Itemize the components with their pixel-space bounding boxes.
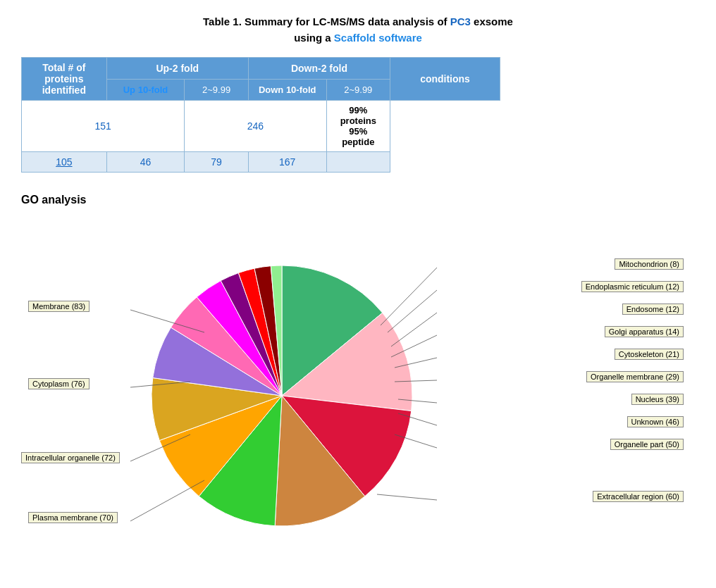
pie-segment-0 xyxy=(282,265,383,396)
label-extracellular: Extracellular region (60) xyxy=(593,491,684,502)
connector-golgi xyxy=(391,335,437,357)
label-cytoskeleton: Cytoskeleton (21) xyxy=(615,349,684,360)
connector-endosome xyxy=(391,313,437,346)
label-intracellular: Intracellular organelle (72) xyxy=(21,452,120,463)
table-data-row1: 151 246 99%proteins95% peptide xyxy=(22,101,500,152)
up-total-cell: 151 xyxy=(22,101,185,152)
pie-segment-8 xyxy=(171,297,282,396)
connector-cytoplasm xyxy=(130,382,190,387)
label-mito: Mitochondrion (8) xyxy=(615,258,684,270)
pie-segment-7 xyxy=(153,327,282,396)
label-membrane: Membrane (83) xyxy=(28,301,90,312)
title-line1b: exsome xyxy=(471,15,513,27)
col-sub2-header: 2~9.99 xyxy=(185,80,249,101)
down-total-cell: 246 xyxy=(185,101,326,152)
go-analysis-section: GO analysis xyxy=(21,194,695,561)
pie-segment-3 xyxy=(275,396,365,526)
title-line2: using a xyxy=(294,32,334,44)
title-highlight1: PC3 xyxy=(450,15,471,27)
connector-membrane xyxy=(130,310,204,332)
connector-organelle-mem xyxy=(395,380,437,382)
label-endosome: Endosome (12) xyxy=(622,304,684,315)
label-plasma: Plasma membrane (70) xyxy=(28,512,118,523)
label-organelle-part: Organelle part (50) xyxy=(610,439,684,450)
pie-segment-2 xyxy=(282,396,412,496)
conditions-header: conditions xyxy=(390,58,500,101)
label-er: Endoplasmic reticulum (12) xyxy=(581,281,684,292)
connector-cytoskeleton xyxy=(395,358,437,368)
chart-wrapper: Membrane (83) Cytoplasm (76) Intracellul… xyxy=(21,216,691,561)
title-highlight2: Scaffold software xyxy=(334,32,422,44)
col-sub3-header: Down 10-fold xyxy=(248,80,326,101)
conditions-data-row1: 99%proteins95% peptide xyxy=(326,101,390,152)
label-cytoplasm: Cytoplasm (76) xyxy=(28,378,90,389)
connector-mito xyxy=(381,268,437,325)
label-nucleus: Nucleus (39) xyxy=(631,394,684,405)
col-sub4-header: 2~9.99 xyxy=(326,80,390,101)
summary-table: Total # of proteins identified Up-2 fold… xyxy=(21,57,500,173)
go-title: GO analysis xyxy=(21,194,695,206)
table-header-top: Total # of proteins identified Up-2 fold… xyxy=(22,58,500,80)
label-organelle-mem: Organelle membrane (29) xyxy=(586,371,684,382)
connector-er xyxy=(388,290,437,332)
connector-organelle-part xyxy=(395,434,437,448)
pie-segment-1 xyxy=(282,313,412,411)
label-unknown: Unknown (46) xyxy=(627,416,684,427)
up-rest-cell: 46 xyxy=(106,152,185,173)
down-rest-cell: 167 xyxy=(248,152,326,173)
col-group1-header: Up-2 fold xyxy=(106,58,248,80)
up10-cell: 105 xyxy=(22,152,107,173)
pie-segment-6 xyxy=(152,378,282,441)
pie-segment-4 xyxy=(199,396,282,526)
pie-chart-group xyxy=(152,265,412,526)
pie-segment-12 xyxy=(254,266,282,396)
label-golgi: Golgi apparatus (14) xyxy=(605,326,684,337)
pie-segment-9 xyxy=(197,281,282,396)
pie-segment-10 xyxy=(221,273,282,396)
pie-segment-5 xyxy=(159,396,282,496)
row-header-cell: Total # of proteins identified xyxy=(22,58,107,101)
connector-unknown xyxy=(398,413,437,425)
table-data-row2: 105 46 79 167 xyxy=(22,152,500,173)
connector-nucleus xyxy=(398,399,437,403)
page-title: Table 1. Summary for LC-MS/MS data analy… xyxy=(21,14,695,46)
pie-segment-13 xyxy=(271,265,282,396)
title-line1: Table 1. Summary for LC-MS/MS data analy… xyxy=(203,15,450,27)
connector-extracellular xyxy=(377,494,437,500)
col-group2-header: Down-2 fold xyxy=(248,58,390,80)
down10-cell: 79 xyxy=(185,152,249,173)
connector-plasma xyxy=(130,480,204,521)
chart-svg xyxy=(21,216,691,561)
pie-segment-11 xyxy=(238,268,282,396)
col-sub1-header: Up 10-fold xyxy=(106,80,185,101)
connector-intracellular xyxy=(130,434,190,461)
